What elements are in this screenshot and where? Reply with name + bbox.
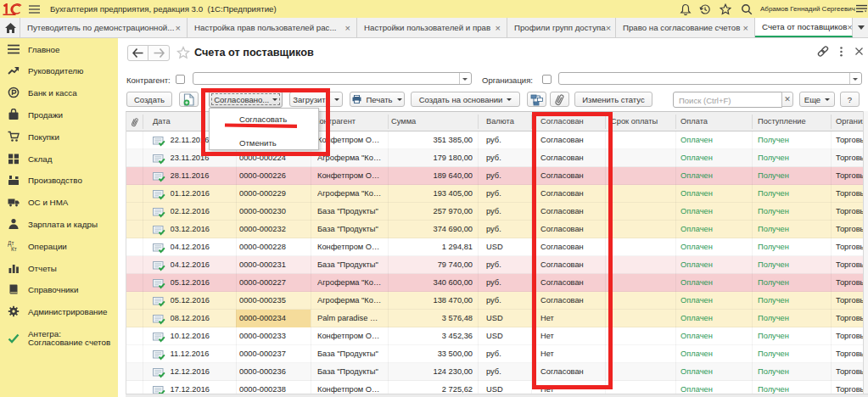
svg-text:Кт: Кт (11, 246, 17, 252)
